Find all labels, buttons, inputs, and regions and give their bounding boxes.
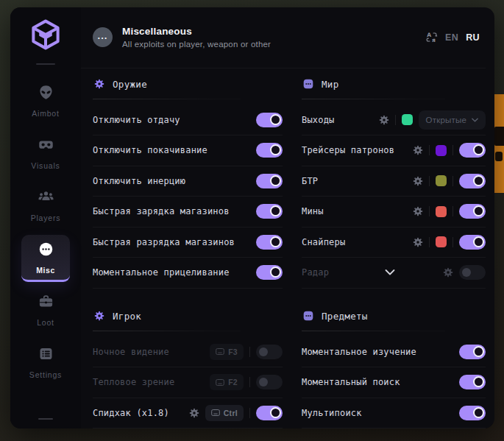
svg-text:A: A (427, 32, 431, 38)
main-panel: ... Miscellaneous All exploits on player… (81, 7, 494, 428)
feature-row-no-inertia: Отключить инерцию (93, 166, 283, 197)
chevron-down-icon[interactable] (385, 269, 395, 276)
gear-icon[interactable] (379, 115, 389, 125)
sidebar-item-aimbot[interactable]: Aimbot (21, 78, 70, 125)
briefcase-icon (38, 294, 54, 312)
toggle-switch[interactable] (256, 174, 283, 188)
feature-row-multiloot: Мультипоиск (302, 398, 486, 429)
color-swatch[interactable] (436, 145, 447, 156)
color-swatch[interactable] (436, 206, 447, 217)
toggle-switch[interactable] (256, 345, 283, 359)
keyboard-icon (211, 409, 220, 416)
chevron-down-icon (472, 118, 478, 122)
sidebar-item-players[interactable]: Players (21, 183, 70, 230)
section-header-player: Игрок (93, 289, 283, 331)
toggle-switch[interactable] (459, 375, 486, 389)
feature-row-snipers: Снайперы (302, 227, 486, 258)
toggle-switch[interactable] (459, 265, 486, 280)
gear-icon[interactable] (189, 408, 199, 418)
keyboard-icon (216, 348, 224, 355)
sidebar-item-label: Aimbot (32, 109, 59, 118)
section-divider (93, 331, 241, 331)
feature-label: Моментальное изучение (302, 347, 416, 357)
gear-icon[interactable] (413, 176, 423, 186)
toggle-switch[interactable] (459, 345, 486, 359)
toggle-switch[interactable] (459, 235, 486, 250)
ellipsis-square-icon (303, 311, 313, 321)
feature-label: Трейсеры патронов (302, 145, 394, 155)
banner-glyph (494, 127, 504, 146)
sidebar-nav: Aimbot Visuals Players Misc (10, 78, 81, 392)
feature-label: Спидхак (x1.8) (93, 408, 169, 418)
svg-text:я: я (432, 38, 436, 44)
toggle-switch[interactable] (459, 406, 486, 420)
feature-row-fast-reload: Быстрая зарядка магазинов (93, 197, 283, 227)
feature-row-speedhack: Спидхак (x1.8) Ctrl (93, 398, 283, 429)
page-title: Miscellaneous (122, 26, 425, 37)
feature-row-instant-loot: Моментальный поиск (302, 367, 486, 398)
sidebar-item-label: Players (31, 214, 61, 222)
exits-dropdown[interactable]: Открытые (419, 110, 486, 130)
gear-icon (94, 311, 104, 321)
vr-goggles-icon (38, 137, 54, 155)
section-title: Оружие (113, 79, 147, 90)
hotkey-badge[interactable]: F2 (210, 374, 244, 390)
sidebar-bottom-dash (38, 418, 53, 420)
feature-label: Тепловое зрение (93, 377, 174, 387)
feature-row-fast-unload: Быстрая разрядка магазинов (93, 227, 283, 258)
toggle-switch[interactable] (256, 375, 283, 389)
feature-row-instant-ads: Моментальное прицеливание (93, 258, 283, 289)
toggle-switch[interactable] (256, 235, 283, 250)
toggle-switch[interactable] (256, 143, 283, 158)
lang-en[interactable]: EN (445, 32, 458, 43)
feature-label: Ночное видение (93, 347, 169, 357)
page-subtitle: All exploits on player, weapon or other (122, 40, 425, 49)
sidebar-item-misc[interactable]: Misc (21, 235, 70, 282)
alien-icon (38, 85, 54, 103)
toggle-switch[interactable] (256, 204, 283, 219)
toggle-switch[interactable] (256, 265, 283, 280)
sidebar-item-label: Visuals (31, 161, 60, 170)
section-header-weapon: Оружие (93, 68, 283, 99)
translate-icon[interactable]: Aя (425, 31, 438, 43)
lang-ru[interactable]: RU (466, 32, 480, 43)
toggle-switch[interactable] (459, 174, 486, 188)
toggle-switch[interactable] (256, 406, 283, 420)
gear-icon[interactable] (413, 145, 423, 155)
color-swatch[interactable] (436, 175, 447, 186)
toggle-switch[interactable] (459, 204, 486, 219)
hotkey-badge[interactable]: Ctrl (205, 405, 244, 421)
feature-label: Выходы (302, 115, 335, 125)
gear-icon[interactable] (413, 206, 423, 216)
section-divider (302, 331, 445, 331)
background-banner (494, 94, 504, 193)
sidebar-item-loot[interactable]: Loot (21, 287, 70, 334)
feature-label: Мины (302, 206, 324, 216)
color-swatch[interactable] (402, 114, 413, 125)
gear-icon[interactable] (413, 237, 423, 247)
sidebar-item-label: Settings (29, 370, 62, 379)
ellipsis-circle-icon (38, 241, 54, 260)
color-swatch[interactable] (436, 236, 447, 247)
feature-label: Отключить покачивание (93, 145, 207, 155)
feature-label: Снайперы (302, 237, 345, 247)
section-header-world: Мир (302, 68, 486, 99)
feature-row-no-sway: Отключить покачивание (93, 135, 283, 166)
sidebar-item-visuals[interactable]: Visuals (21, 130, 70, 177)
sg-cube-logo (29, 18, 62, 52)
hotkey-badge[interactable]: F3 (210, 344, 244, 360)
gear-icon[interactable] (443, 267, 453, 278)
sidebar-item-settings[interactable]: Settings (21, 339, 70, 387)
toggle-switch[interactable] (459, 143, 486, 158)
language-switcher: Aя EN RU (425, 31, 480, 43)
cheat-menu-window: Aimbot Visuals Players Misc (10, 7, 494, 428)
section-title: Игрок (113, 311, 141, 322)
toggle-switch[interactable] (256, 113, 283, 127)
feature-label: Радар (302, 267, 329, 278)
feature-row-instant-research: Моментальное изучение (302, 337, 486, 368)
feature-row-thermal-vision: Тепловое зрение F2 (93, 367, 283, 398)
feature-row-radar: Радар (302, 258, 486, 289)
feature-row-exits: Выходы Открытые (302, 105, 486, 136)
sidebar-item-label: Loot (37, 318, 54, 327)
feature-label: Отключить отдачу (93, 115, 180, 125)
